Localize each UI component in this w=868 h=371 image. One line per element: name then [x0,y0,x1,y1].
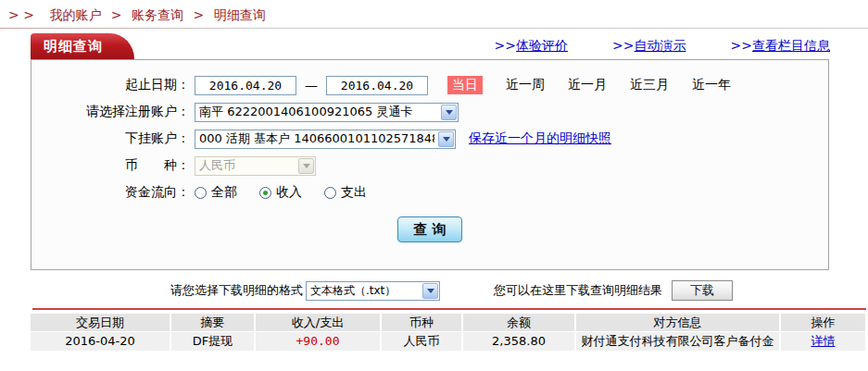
flow-option-expense[interactable]: 支出 [324,184,367,201]
cell-counterparty: 财付通支付科技有限公司客户备付金 [576,332,779,351]
register-account-row: 请选择注册账户： 南平 6222001406100921065 灵通卡 [31,102,828,122]
header-balance: 余额 [463,314,574,331]
register-account-select[interactable]: 南平 6222001406100921065 灵通卡 [195,103,459,122]
header-transaction-date: 交易日期 [31,314,170,331]
cell-currency: 人民币 [382,332,461,351]
breadcrumb-separator: > [111,7,122,22]
header-currency: 币种 [382,314,461,331]
flow-option-all[interactable]: 全部 [195,184,237,201]
download-format-select[interactable]: 文本格式（.txt） [306,281,440,301]
breadcrumb: > > 我的账户 > 账务查询 > 明细查询 [8,7,266,24]
header-links: >>体验评价 >>自动演示 >>查看栏目信息 [495,38,830,55]
chevron-down-icon [441,105,457,120]
query-button[interactable]: 查 询 [397,216,462,242]
header-summary: 摘要 [171,314,254,331]
detail-link[interactable]: 详情 [811,334,836,348]
header-income-expense: 收入/支出 [256,314,380,331]
cell-summary: DF提现 [171,332,254,351]
date-range-dash: — [305,78,318,93]
column-info-link[interactable]: >>查看栏目信息 [731,38,830,55]
download-format-label: 请您选择下载明细的格式 [170,282,303,299]
page: > > 我的账户 > 账务查询 > 明细查询 明细查询 >>体验评价 >>自动演… [0,0,868,371]
save-snapshot-link[interactable]: 保存近一个月的明细快照 [469,130,611,147]
chevron-down-icon [298,158,314,174]
quick-range-week[interactable]: 近一周 [506,77,545,93]
cell-balance: 2,358.80 [463,332,574,351]
sub-account-select[interactable]: 000 活期 基本户 1406600101102571848 [195,130,456,149]
end-date-input[interactable] [326,76,428,95]
quick-range-quarter[interactable]: 近三月 [630,77,669,93]
chevron-down-icon [422,283,438,299]
cell-income-expense: +90.00 [256,332,380,351]
top-divider [0,28,868,29]
register-account-label: 请选择注册账户： [31,104,190,120]
download-button[interactable]: 下载 [672,280,733,301]
quick-range-today[interactable]: 当日 [447,76,483,94]
quick-range-month[interactable]: 近一月 [568,77,607,93]
currency-select: 人民币 [195,156,316,176]
cell-transaction-date: 2016-04-20 [31,332,170,351]
auto-demo-link[interactable]: >>自动演示 [612,38,686,55]
download-row: 请您选择下载明细的格式 文本格式（.txt） 您可以在这里下载查询明细结果 下载 [0,280,868,301]
breadcrumb-prefix: > > [8,7,34,22]
date-range-label: 起止日期： [31,77,190,93]
result-table: 交易日期 摘要 收入/支出 币种 余额 对方信息 操作 2016-04-20 D… [31,314,865,352]
sub-account-row: 下挂账户： 000 活期 基本户 1406600101102571848 保存近… [31,129,828,149]
table-header-row: 交易日期 摘要 收入/支出 币种 余额 对方信息 操作 [31,314,865,331]
date-range-row: 起止日期： — 当日 近一周 近一月 近三月 近一年 [31,75,828,95]
start-date-input[interactable] [195,76,296,95]
header-action: 操作 [781,314,865,331]
tab-detail-query[interactable]: 明细查询 [31,33,134,59]
fund-flow-row: 资金流向： 全部 收入 支出 [31,182,828,203]
radio-icon [324,187,336,199]
breadcrumb-item-detail-query[interactable]: 明细查询 [214,7,266,22]
fund-flow-label: 资金流向： [31,184,190,201]
table-row: 2016-04-20 DF提现 +90.00 人民币 2,358.80 财付通支… [31,332,865,351]
currency-row: 币 种： 人民币 [31,155,828,176]
breadcrumb-separator: > [193,7,204,22]
currency-label: 币 种： [31,157,190,174]
breadcrumb-item-my-account[interactable]: 我的账户 [49,7,101,22]
header-counterparty: 对方信息 [576,314,779,331]
download-result-label: 您可以在这里下载查询明细结果 [494,282,662,299]
radio-icon [195,187,207,199]
sub-account-label: 下挂账户： [31,130,190,147]
cell-action: 详情 [781,332,865,351]
query-panel: 起止日期： — 当日 近一周 近一月 近三月 近一年 请选择注册账户： 南平 6… [31,59,829,270]
experience-rating-link[interactable]: >>体验评价 [495,38,568,55]
breadcrumb-item-account-query[interactable]: 账务查询 [132,7,183,22]
chevron-down-icon [438,131,454,147]
quick-range-year[interactable]: 近一年 [692,77,731,93]
flow-option-income[interactable]: 收入 [259,184,302,201]
radio-checked-icon [259,187,271,199]
table-top-divider [32,308,866,310]
